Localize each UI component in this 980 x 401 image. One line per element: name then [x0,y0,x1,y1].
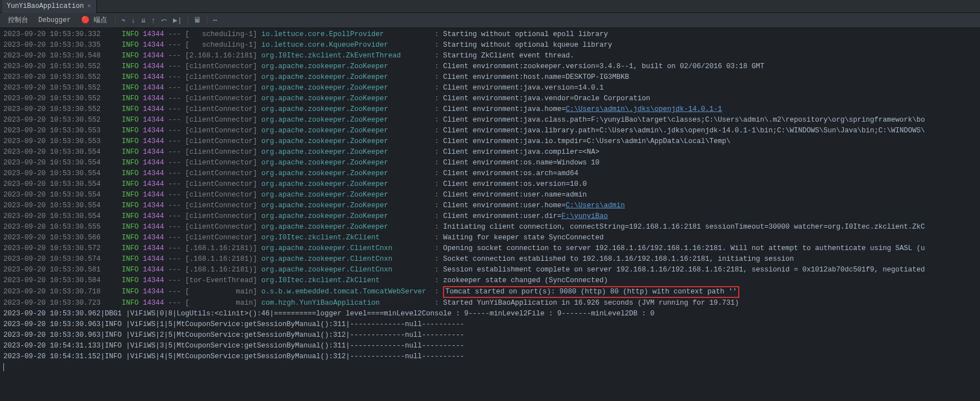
log-line: 2023-09-20 10:53:30.574 INFO 14344 --- [… [3,254,980,265]
log-line: 2023-09-20 10:53:30.553 INFO 14344 --- [… [3,136,980,147]
drop-frame-icon[interactable]: ⤺ [159,14,170,27]
close-icon[interactable]: × [87,1,91,12]
tab-debugger[interactable]: Debugger [34,14,76,27]
run-to-cursor-icon[interactable]: ▶| [171,14,184,27]
log-line: 2023-09-20 10:53:30.723 INFO 14344 --- [… [3,298,980,309]
log-line: 2023-09-20 10:53:30.553 INFO 14344 --- [… [3,126,980,136]
log-line: 2023-09-20 10:53:30.963|INFO |ViFiWS|2|5… [3,330,980,341]
log-line: 2023-09-20 10:53:30.552 INFO 14344 --- [… [3,104,980,115]
log-line: 2023-09-20 10:53:30.554 INFO 14344 --- [… [3,147,980,158]
log-line: 2023-09-20 10:53:30.554 INFO 14344 --- [… [3,179,980,190]
path-link[interactable]: C:\Users\admin [566,202,625,210]
log-line: 2023-09-20 10:53:30.554 INFO 14344 --- [… [3,168,980,179]
highlighted-log: Tomcat started on port(s): 9080 (http) 8… [443,286,739,298]
step-into-icon[interactable]: ↓ [129,14,138,27]
more-icon[interactable]: ⋯ [211,14,220,27]
log-line: 2023-09-20 10:53:30.572 INFO 14344 --- [… [3,243,980,254]
path-link[interactable]: F:\yunyiBao [561,212,608,220]
toolbar-separator [188,16,188,25]
log-line: 2023-09-20 10:54:31.133|INFO |ViFiWS|3|5… [3,341,980,351]
step-out-icon[interactable]: ↑ [149,14,158,27]
log-line: 2023-09-20 10:53:30.552 INFO 14344 --- [… [3,93,980,104]
log-line: 2023-09-20 10:53:30.552 INFO 14344 --- [… [3,83,980,93]
log-line: 2023-09-20 10:53:30.552 INFO 14344 --- [… [3,72,980,83]
input-caret[interactable] [3,363,4,371]
evaluate-icon[interactable]: 🖩 [192,14,203,27]
log-line: 2023-09-20 10:53:30.555 INFO 14344 --- [… [3,222,980,233]
log-line: 2023-09-20 10:53:30.548 INFO 14344 --- [… [3,51,980,61]
log-line: 2023-09-20 10:53:30.552 INFO 14344 --- [… [3,115,980,126]
debug-toolbar: 控制台 Debugger 🔴 端点 ↷ ↓ ⇊ ↑ ⤺ ▶| 🖩 ⋯ [0,13,980,28]
force-step-into-icon[interactable]: ⇊ [139,14,148,27]
log-line: 2023-09-20 10:53:30.554 INFO 14344 --- [… [3,211,980,222]
log-line: 2023-09-20 10:53:30.962|DBG1 |ViFiWS|0|8… [3,309,980,319]
log-line: 2023-09-20 10:53:30.584 INFO 14344 --- [… [3,275,980,286]
toolbar-separator [207,16,207,25]
tab-breakpoints[interactable]: 🔴 端点 [77,14,112,27]
log-line: 2023-09-20 10:53:30.552 INFO 14344 --- [… [3,61,980,72]
log-line: 2023-09-20 10:53:30.335 INFO 14344 --- [… [3,40,980,51]
log-line: 2023-09-20 10:53:30.566 INFO 14344 --- [… [3,233,980,243]
step-over-icon[interactable]: ↷ [119,14,128,27]
log-line: 2023-09-20 10:53:30.332 INFO 14344 --- [… [3,29,980,40]
tab-title: YunYiBaoApplication [7,1,84,12]
log-line: 2023-09-20 10:54:31.152|INFO |ViFiWS|4|5… [3,351,980,362]
run-tab-active[interactable]: YunYiBaoApplication × [2,0,97,13]
log-line: 2023-09-20 10:53:30.554 INFO 14344 --- [… [3,158,980,168]
path-link[interactable]: C:\Users\admin\.jdks\openjdk-14.0.1-1 [566,105,722,113]
tab-console[interactable]: 控制台 [3,14,33,27]
log-line: 2023-09-20 10:53:30.718 INFO 14344 --- [… [3,286,980,298]
run-tab-bar: YunYiBaoApplication × [0,0,980,13]
console-output[interactable]: 2023-09-20 10:53:30.332 INFO 14344 --- [… [0,28,980,373]
log-line: 2023-09-20 10:53:30.554 INFO 14344 --- [… [3,200,980,211]
log-line: 2023-09-20 10:53:30.581 INFO 14344 --- [… [3,265,980,275]
log-line: 2023-09-20 10:53:30.554 INFO 14344 --- [… [3,190,980,200]
log-line: 2023-09-20 10:53:30.963|INFO |ViFiWS|1|5… [3,319,980,330]
toolbar-separator [115,16,116,25]
